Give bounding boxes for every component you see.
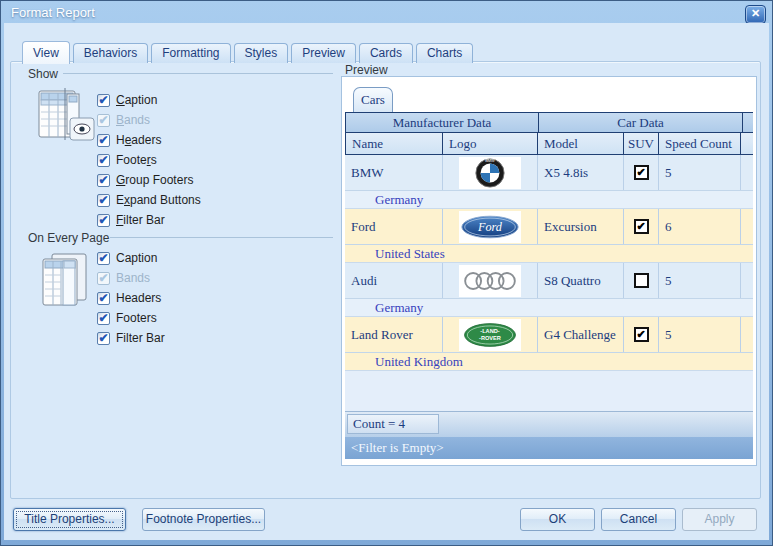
checkbox-icon: [97, 114, 110, 127]
checkbox-icon: [97, 134, 110, 147]
checkbox-everypage-filter-bar[interactable]: Filter Bar: [97, 330, 165, 346]
audi-logo: [459, 265, 521, 297]
cell-model: X5 4.8is: [538, 155, 624, 190]
checkbox-icon: [97, 94, 110, 107]
apply-button: Apply: [682, 508, 757, 531]
checkbox-show-group-footers[interactable]: Group Footers: [97, 172, 193, 188]
checkbox-label: Bands: [116, 271, 150, 285]
cancel-button[interactable]: Cancel: [601, 508, 676, 531]
checkbox-icon: [97, 312, 110, 325]
checkbox-icon: [97, 174, 110, 187]
checkbox-icon: [97, 272, 110, 285]
checkbox-show-filter-bar[interactable]: Filter Bar: [97, 212, 165, 228]
tab-cards[interactable]: Cards: [359, 43, 413, 63]
tab-view[interactable]: View: [22, 41, 70, 64]
checkbox-icon: [97, 332, 110, 345]
cell-name: BMW: [345, 155, 443, 190]
checkbox-label: Caption: [116, 251, 157, 265]
show-group-title: Show: [28, 67, 58, 81]
every-page-group-line: [110, 237, 333, 238]
cell-model: S8 Quattro: [538, 263, 624, 298]
suv-checkbox-icon: [634, 165, 649, 180]
table-row: BMW BMW X5 4.8is 5: [345, 155, 753, 191]
checkbox-show-expand-buttons[interactable]: Expand Buttons: [97, 192, 201, 208]
band-car-data: Car Data: [539, 113, 743, 132]
checkbox-show-footers[interactable]: Footers: [97, 152, 157, 168]
footnote-properties-button[interactable]: Footnote Properties...: [142, 508, 265, 531]
close-icon[interactable]: ✕: [745, 5, 766, 24]
checkbox-label: Filter Bar: [116, 331, 165, 345]
on-every-page-icon: [36, 251, 94, 309]
cell-logo: Ford: [443, 209, 538, 244]
footer-summary: Count = 4: [347, 414, 439, 434]
title-properties-button[interactable]: Title Properties...: [13, 508, 126, 531]
group-row: United States: [345, 245, 753, 263]
cell-suv: [624, 209, 659, 244]
suv-checkbox-icon: [634, 327, 649, 342]
tab-styles[interactable]: Styles: [234, 43, 289, 63]
column-header-name: Name: [345, 133, 443, 154]
cell-model: Excursion: [538, 209, 624, 244]
checkbox-icon: [97, 214, 110, 227]
bmw-logo: BMW: [459, 157, 521, 189]
filter-bar: <Filter is Empty>: [345, 437, 753, 459]
checkbox-label: Caption: [116, 93, 157, 107]
tab-behaviors[interactable]: Behaviors: [73, 43, 148, 63]
ok-button[interactable]: OK: [520, 508, 595, 531]
checkbox-label: Footers: [116, 311, 157, 325]
grid-caption-tab: Cars: [353, 87, 393, 112]
suv-checkbox-icon: [634, 273, 649, 288]
grid-header-row: Name Logo Model SUV Speed Count: [345, 133, 753, 155]
grid-empty-area: [345, 371, 753, 411]
column-header-model: Model: [538, 133, 624, 154]
svg-text:Ford: Ford: [477, 220, 503, 234]
show-group-line: [63, 73, 333, 74]
header-filler: [741, 133, 753, 154]
checkbox-show-bands: Bands: [97, 112, 150, 128]
cell-logo: -LAND- -ROVER: [443, 317, 538, 352]
suv-checkbox-icon: [634, 219, 649, 234]
checkbox-label: Group Footers: [116, 173, 193, 187]
ford-logo: Ford: [459, 211, 521, 243]
checkbox-everypage-footers[interactable]: Footers: [97, 310, 157, 326]
column-header-logo: Logo: [443, 133, 538, 154]
checkbox-show-caption[interactable]: Caption: [97, 92, 157, 108]
tab-charts[interactable]: Charts: [416, 43, 473, 63]
grid-footer: Count = 4: [345, 411, 753, 437]
svg-text:BMW: BMW: [485, 158, 495, 163]
cell-suv: [624, 317, 659, 352]
tab-preview[interactable]: Preview: [291, 43, 356, 63]
every-page-group-title: On Every Page: [28, 231, 109, 245]
tab-strip: View Behaviors Formatting Styles Preview…: [22, 40, 473, 63]
checkbox-icon: [97, 252, 110, 265]
show-icon: [36, 88, 98, 146]
checkbox-label: Footers: [116, 153, 157, 167]
cell-model: G4 Challenge: [538, 317, 624, 352]
checkbox-label: Expand Buttons: [116, 193, 201, 207]
checkbox-label: Headers: [116, 291, 161, 305]
checkbox-icon: [97, 292, 110, 305]
grid-caption-row: Cars: [345, 80, 753, 112]
checkbox-everypage-headers[interactable]: Headers: [97, 290, 161, 306]
cell-logo: [443, 263, 538, 298]
svg-text:-ROVER: -ROVER: [479, 335, 501, 341]
cell-speed-count: 6: [659, 209, 741, 244]
cell-name: Audi: [345, 263, 443, 298]
cell-speed-count: 5: [659, 263, 741, 298]
checkbox-label: Headers: [116, 133, 161, 147]
cell-speed-count: 5: [659, 155, 741, 190]
landrover-logo: -LAND- -ROVER: [459, 319, 521, 351]
band-filler: [743, 113, 753, 132]
cell-logo: BMW: [443, 155, 538, 190]
checkbox-show-headers[interactable]: Headers: [97, 132, 161, 148]
cell-speed-count: 5: [659, 317, 741, 352]
group-row: United Kingdom: [345, 353, 753, 371]
checkbox-everypage-caption[interactable]: Caption: [97, 250, 157, 266]
group-row: Germany: [345, 299, 753, 317]
tab-formatting[interactable]: Formatting: [151, 43, 230, 63]
preview-panel: Cars Manufacturer Data Car Data Name Log…: [341, 76, 757, 466]
table-row: Land Rover -LAND- -ROVER G4 Challenge 5: [345, 317, 753, 353]
checkbox-label: Filter Bar: [116, 213, 165, 227]
cell-suv: [624, 155, 659, 190]
checkbox-icon: [97, 154, 110, 167]
